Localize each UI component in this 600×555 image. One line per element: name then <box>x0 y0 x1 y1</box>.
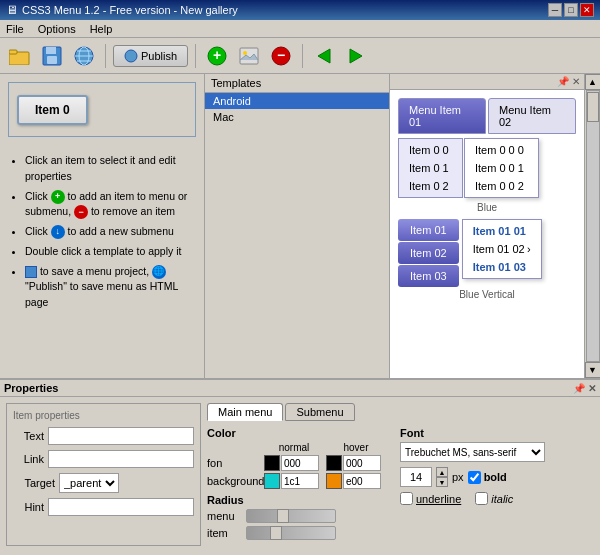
preview-menu-tab-1[interactable]: Menu Item 01 <box>398 98 486 134</box>
remove-item-button[interactable]: − <box>267 42 295 70</box>
color-header-hover: hover <box>326 442 386 453</box>
text-input[interactable] <box>48 427 194 445</box>
open-folder-button[interactable] <box>6 42 34 70</box>
panel-icon-pin[interactable]: 📌 <box>557 76 569 87</box>
help-text-area: Click an item to select it and edit prop… <box>0 145 204 323</box>
tab-submenu[interactable]: Submenu <box>285 403 354 421</box>
right-scrollbar[interactable]: ▲ ▼ <box>584 74 600 378</box>
fon-normal-input[interactable] <box>281 455 319 471</box>
bg-hover-swatch[interactable] <box>326 473 342 489</box>
add-item-button[interactable]: + <box>203 42 231 70</box>
link-input[interactable] <box>48 450 194 468</box>
svg-point-14 <box>243 51 247 55</box>
title-bar: 🖥 CSS3 Menu 1.2 - Free version - New gal… <box>0 0 600 20</box>
bold-checkbox[interactable] <box>468 471 481 484</box>
bg-normal-group <box>264 473 324 489</box>
font-size-input[interactable] <box>400 467 432 487</box>
props-icon-close[interactable]: ✕ <box>588 383 596 394</box>
preview-vert-item-2[interactable]: Item 02 <box>398 242 459 264</box>
props-icon-pin[interactable]: 📌 <box>573 383 585 394</box>
move-left-button[interactable] <box>310 42 338 70</box>
close-btn[interactable]: ✕ <box>580 3 594 17</box>
preview-vert-sub-item-3[interactable]: Item 01 03 <box>463 258 541 276</box>
bg-normal-input[interactable] <box>281 473 319 489</box>
hint-input[interactable] <box>48 498 194 516</box>
font-section: Font Trebuchet MS, sans-serif Arial, san… <box>400 427 555 546</box>
tab-main-menu[interactable]: Main menu <box>207 403 283 421</box>
font-section-label: Font <box>400 427 555 439</box>
prop-label-hint: Hint <box>13 501 44 513</box>
preview-submenu-item-00[interactable]: Item 0 0 <box>399 141 462 159</box>
font-size-up[interactable]: ▲ <box>436 467 448 477</box>
color-grid: normal hover fon background <box>207 442 386 489</box>
help-item-1: Click an item to select it and edit prop… <box>25 153 194 185</box>
radius-section-label: Radius <box>207 494 386 506</box>
panel-icon-close[interactable]: ✕ <box>572 76 580 87</box>
fon-normal-swatch[interactable] <box>264 455 280 471</box>
preview-submenu-left: Item 0 0 Item 0 1 Item 0 2 <box>398 138 463 198</box>
preview-content: Menu Item 01 Menu Item 02 Item 0 0 Item … <box>390 90 584 378</box>
preview-submenu-item-02[interactable]: Item 0 2 <box>399 177 462 195</box>
image-button[interactable] <box>235 42 263 70</box>
radius-menu-slider[interactable] <box>246 509 336 523</box>
toolbar: Publish + − <box>0 38 600 74</box>
italic-checkbox[interactable] <box>475 492 488 505</box>
preview-sub-item-000[interactable]: Item 0 0 0 <box>465 141 538 159</box>
preview-sub-item-002[interactable]: Item 0 0 2 <box>465 177 538 195</box>
bg-hover-input[interactable] <box>343 473 381 489</box>
preview-vert-sub-item-2[interactable]: Item 01 02› <box>463 240 541 258</box>
preview-sub-item-001[interactable]: Item 0 0 1 <box>465 159 538 177</box>
preview-submenu-item-01[interactable]: Item 0 1 <box>399 159 462 177</box>
preview-vert-item-3[interactable]: Item 03 <box>398 265 459 287</box>
right-props-section: Main menu Submenu Color normal hover fon <box>207 403 594 546</box>
move-right-button[interactable] <box>342 42 370 70</box>
help-item-2: Click + to add an item to menu or submen… <box>25 189 194 221</box>
minimize-btn[interactable]: ─ <box>548 3 562 17</box>
color-label-background: background <box>207 475 262 487</box>
color-header-normal: normal <box>264 442 324 453</box>
scroll-down-arrow[interactable]: ▼ <box>585 362 601 378</box>
preview-vert-item-1[interactable]: Item 01 <box>398 219 459 241</box>
fon-hover-input[interactable] <box>343 455 381 471</box>
radius-menu-row: menu <box>207 509 386 523</box>
templates-title: Templates <box>205 74 389 93</box>
scroll-up-arrow[interactable]: ▲ <box>585 74 601 90</box>
submenu-icon-inline: ↓ <box>51 225 65 239</box>
fon-hover-swatch[interactable] <box>326 455 342 471</box>
radius-item-label: item <box>207 527 242 539</box>
italic-text: italic <box>491 493 513 505</box>
menu-help[interactable]: Help <box>88 23 115 35</box>
menu-file[interactable]: File <box>4 23 26 35</box>
publish-button[interactable]: Publish <box>113 45 188 67</box>
globe-button[interactable] <box>70 42 98 70</box>
preview-vert-submenu: Item 01 01 Item 01 02› Item 01 03 <box>462 219 542 279</box>
svg-rect-3 <box>46 47 56 54</box>
preview-menu-tab-2[interactable]: Menu Item 02 <box>488 98 576 134</box>
toolbar-sep-1 <box>105 44 106 68</box>
template-item-android[interactable]: Android <box>205 93 389 109</box>
save-button[interactable] <box>38 42 66 70</box>
bg-normal-swatch[interactable] <box>264 473 280 489</box>
properties-header-icons: 📌 ✕ <box>573 383 596 394</box>
preview-label-1: Blue <box>398 202 576 213</box>
menu-options[interactable]: Options <box>36 23 78 35</box>
font-family-select[interactable]: Trebuchet MS, sans-serif Arial, sans-ser… <box>400 442 545 462</box>
scroll-thumb[interactable] <box>587 92 599 122</box>
item-preview-button[interactable]: Item 0 <box>17 95 88 125</box>
prop-label-link: Link <box>13 453 44 465</box>
template-item-mac[interactable]: Mac <box>205 109 389 125</box>
scroll-track[interactable] <box>586 90 600 362</box>
radius-item-slider[interactable] <box>246 526 336 540</box>
maximize-btn[interactable]: □ <box>564 3 578 17</box>
svg-marker-17 <box>318 49 330 63</box>
save-icon-inline <box>25 266 37 278</box>
toolbar-sep-3 <box>302 44 303 68</box>
font-size-down[interactable]: ▼ <box>436 477 448 487</box>
underline-checkbox[interactable] <box>400 492 413 505</box>
target-select[interactable]: _parent _blank _self _top <box>59 473 119 493</box>
color-section-label: Color <box>207 427 386 439</box>
radius-section: Radius menu item <box>207 494 386 540</box>
preview-vert-sub-item-1[interactable]: Item 01 01 <box>463 222 541 240</box>
preview-menu-row-2: Item 01 Item 02 Item 03 Item 01 01 Item … <box>398 219 576 287</box>
color-label-fon: fon <box>207 457 262 469</box>
